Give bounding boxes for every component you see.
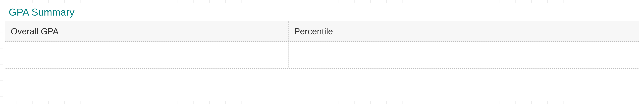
table-header-row: Overall GPA Percentile	[5, 21, 639, 42]
panel-title: GPA Summary	[4, 3, 640, 21]
column-header-percentile: Percentile	[289, 21, 639, 41]
gpa-summary-panel: GPA Summary Overall GPA Percentile	[4, 3, 640, 70]
cell-overall-gpa-value	[5, 42, 289, 68]
table-row	[5, 42, 639, 68]
cell-percentile-value	[289, 42, 639, 68]
ruler-left	[0, 0, 3, 104]
gpa-summary-table: Overall GPA Percentile	[5, 21, 639, 69]
ruler-bottom	[0, 101, 644, 104]
column-header-overall-gpa: Overall GPA	[5, 21, 289, 41]
ruler-top	[0, 0, 644, 3]
